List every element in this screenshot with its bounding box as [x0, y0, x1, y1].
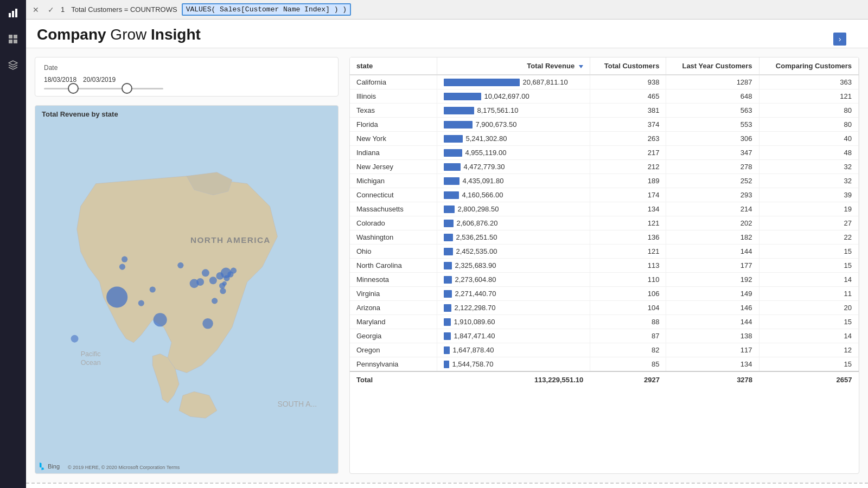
- cell-state: Virginia: [350, 287, 437, 301]
- revenue-bar: [444, 135, 463, 143]
- sidebar-icon-layers[interactable]: [4, 56, 22, 74]
- cell-last-year: 563: [666, 104, 759, 118]
- cell-comparing: 14: [759, 329, 858, 343]
- cell-comparing: 15: [759, 357, 858, 372]
- cell-comparing: 20: [759, 301, 858, 315]
- revenue-value: 1,847,471.40: [454, 332, 495, 340]
- cell-revenue: 4,955,119.00: [437, 146, 590, 160]
- revenue-bar: [444, 290, 452, 298]
- cell-total-customers: 121: [590, 216, 666, 230]
- cell-last-year: 117: [666, 343, 759, 357]
- cell-state: Ohio: [350, 245, 437, 259]
- formula-confirm-button[interactable]: ✓: [46, 4, 56, 15]
- sort-icon-revenue: [579, 65, 583, 68]
- cell-last-year: 182: [666, 230, 759, 245]
- cell-revenue: 4,435,091.80: [437, 174, 590, 188]
- col-header-state[interactable]: state: [350, 57, 437, 75]
- cell-total-customers: 374: [590, 118, 666, 132]
- bottom-bar: [26, 483, 868, 488]
- revenue-bar: [444, 318, 451, 326]
- total-last-year: 3278: [666, 371, 759, 388]
- col-header-total-customers[interactable]: Total Customers: [590, 57, 666, 75]
- cell-comparing: 121: [759, 89, 858, 104]
- cell-state: Indiana: [350, 146, 437, 160]
- cell-comparing: 27: [759, 216, 858, 230]
- revenue-bar: [444, 304, 451, 312]
- revenue-value: 2,800,298.50: [458, 205, 499, 213]
- table-row: Pennsylvania 1,544,758.70 85 134 15: [350, 357, 859, 372]
- table-scroll-wrapper[interactable]: state Total Revenue Total Customers Last…: [350, 57, 859, 473]
- total-revenue: 113,229,551.10: [437, 371, 590, 388]
- table-row: Massachusetts 2,800,298.50 134 214 19: [350, 202, 859, 216]
- total-comparing: 2657: [759, 371, 858, 388]
- svg-point-21: [119, 264, 125, 270]
- cell-revenue: 1,544,758.70: [437, 357, 590, 372]
- cell-revenue: 8,175,561.10: [437, 104, 590, 118]
- table-row: North Carolina 2,325,683.90 113 177 15: [350, 259, 859, 273]
- revenue-value: 4,955,119.00: [465, 149, 507, 157]
- svg-point-16: [216, 272, 224, 280]
- cell-state: Colorado: [350, 216, 437, 230]
- cell-last-year: 144: [666, 245, 759, 259]
- cell-total-customers: 121: [590, 245, 666, 259]
- formula-cancel-button[interactable]: ✕: [30, 4, 41, 15]
- cell-state: Pennsylvania: [350, 357, 437, 372]
- col-header-last-year[interactable]: Last Year Customers: [666, 57, 759, 75]
- cell-last-year: 553: [666, 118, 759, 132]
- sidebar: [0, 0, 26, 488]
- table-row: Texas 8,175,561.10 381 563 80: [350, 104, 859, 118]
- cell-comparing: 12: [759, 343, 858, 357]
- cell-last-year: 1287: [666, 75, 759, 89]
- revenue-bar: [444, 346, 450, 354]
- cell-last-year: 202: [666, 216, 759, 230]
- cell-last-year: 214: [666, 202, 759, 216]
- revenue-value: 2,325,683.90: [455, 261, 496, 269]
- cell-revenue: 2,536,251.50: [437, 230, 590, 245]
- cell-total-customers: 938: [590, 75, 666, 89]
- cell-state: Michigan: [350, 174, 437, 188]
- cell-last-year: 144: [666, 315, 759, 329]
- svg-point-19: [231, 268, 237, 274]
- table-row: Georgia 1,847,471.40 87 138 14: [350, 329, 859, 343]
- date-start: 18/03/2018: [44, 76, 76, 84]
- revenue-bar: [444, 163, 461, 171]
- cell-comparing: 48: [759, 146, 858, 160]
- nav-arrow-right[interactable]: ›: [833, 33, 846, 46]
- slider-thumb-left[interactable]: [68, 83, 79, 94]
- slider-track[interactable]: [44, 88, 163, 89]
- svg-rect-1: [12, 11, 14, 17]
- cell-revenue: 5,241,302.80: [437, 132, 590, 146]
- table-row: New York 5,241,302.80 263 306 40: [350, 132, 859, 146]
- map-title: Total Revenue by state: [42, 110, 118, 118]
- date-end: 20/03/2019: [83, 76, 116, 84]
- sidebar-icon-chart[interactable]: [4, 4, 22, 22]
- table-row: Indiana 4,955,119.00 217 347 48: [350, 146, 859, 160]
- date-range: 18/03/2018 20/03/2019: [44, 76, 329, 84]
- cell-comparing: 80: [759, 104, 858, 118]
- revenue-bar: [444, 177, 459, 185]
- cell-state: Massachusetts: [350, 202, 437, 216]
- map-copyright: © 2019 HERE, © 2020 Microsoft Corporatio…: [68, 465, 180, 470]
- cell-revenue: 1,910,089.60: [437, 315, 590, 329]
- cell-revenue: 1,847,471.40: [437, 329, 590, 343]
- cell-revenue: 2,271,440.70: [437, 287, 590, 301]
- cell-comparing: 39: [759, 188, 858, 202]
- slider-thumb-right[interactable]: [122, 83, 132, 94]
- sidebar-icon-grid[interactable]: [4, 30, 22, 48]
- cell-revenue: 20,687,811.10: [437, 75, 590, 89]
- svg-point-29: [71, 335, 79, 343]
- revenue-bar: [444, 276, 452, 284]
- cell-total-customers: 104: [590, 301, 666, 315]
- table-row: Colorado 2,606,876.20 121 202 27: [350, 216, 859, 230]
- cell-total-customers: 263: [590, 132, 666, 146]
- cell-comparing: 15: [759, 315, 858, 329]
- formula-highlighted[interactable]: VALUES( Sales[Customer Name Index] ) ): [182, 3, 351, 16]
- content-area: Company Grow Insight › Date 18/03/2018 2…: [26, 20, 868, 488]
- date-slider[interactable]: [44, 88, 329, 89]
- formula-bar: ✕ ✓ 1 Total Customers = COUNTROWS VALUES…: [26, 0, 868, 20]
- cell-comparing: 363: [759, 75, 858, 89]
- svg-point-26: [220, 288, 226, 294]
- col-header-revenue[interactable]: Total Revenue: [437, 57, 590, 75]
- revenue-bar: [444, 248, 453, 255]
- col-header-comparing[interactable]: Comparing Customers: [759, 57, 858, 75]
